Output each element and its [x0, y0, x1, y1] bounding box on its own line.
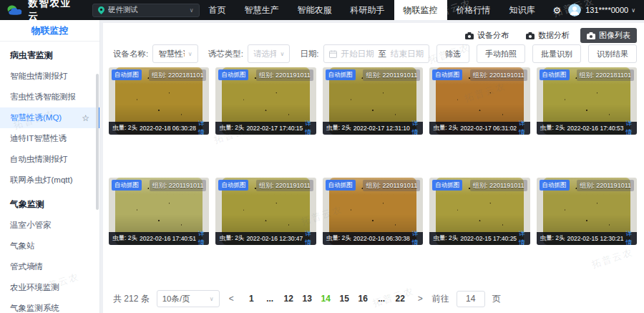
- batch-recognize-button[interactable]: 批量识别: [532, 44, 581, 63]
- calendar-icon: [329, 50, 337, 58]
- page-number[interactable]: 1: [243, 290, 260, 307]
- settings-gear-icon[interactable]: ⚙: [553, 6, 562, 15]
- date-range-input[interactable]: 开始日期 至 结束日期: [323, 44, 430, 63]
- group-label: 组别:: [580, 72, 595, 79]
- trap-image-card[interactable]: 自动抓图 组别: 2201191011 虫量: 2头 2022-02-16 06…: [323, 178, 423, 245]
- org-selector[interactable]: 硬件测试 ∨: [92, 4, 200, 17]
- recognition-result-button[interactable]: 识别结果: [588, 44, 637, 63]
- group-label: 组别:: [580, 182, 595, 189]
- nav-item[interactable]: 首页: [200, 0, 235, 20]
- sidebar-item[interactable]: 联网杀虫灯(mqtt): [0, 170, 99, 191]
- group-id: 组别: 2201191011: [470, 69, 527, 81]
- insect-count-value: 2头: [342, 124, 351, 131]
- sidebar-item[interactable]: 害虫性诱智能测报: [0, 87, 99, 107]
- sidebar-scrollbar[interactable]: [96, 74, 99, 210]
- page-number[interactable]: 13: [299, 290, 316, 307]
- prev-page-button[interactable]: <: [227, 294, 236, 304]
- nav-item[interactable]: 知识库: [500, 0, 545, 20]
- camera-icon: [465, 32, 474, 39]
- nav-item[interactable]: 物联监控: [394, 0, 447, 20]
- trap-image-card[interactable]: 自动抓图 组别: 2202181101 虫量: 2头 2022-02-16 17…: [537, 67, 637, 135]
- view-tabs: 设备分布 数据分析 图像列表: [459, 28, 637, 43]
- detail-link[interactable]: 详情: [198, 120, 205, 135]
- chevron-down-icon: ∨: [631, 7, 635, 14]
- user-avatar[interactable]: [568, 4, 581, 16]
- group-value: 2201191011: [596, 182, 631, 189]
- group-label: 组别:: [473, 182, 488, 189]
- view-tab[interactable]: 数据分析: [519, 28, 576, 43]
- trap-image-card[interactable]: 自动抓图 组别: 2201191011 虫量: 2头 2022-02-15 17…: [429, 178, 530, 245]
- view-tab[interactable]: 图像列表: [580, 28, 637, 43]
- trap-image-card[interactable]: 自动抓图 组别: 2201191011 虫量: 2头 2022-02-17 06…: [429, 67, 530, 135]
- device-select[interactable]: 智慧性诱(1610 ∨: [152, 44, 198, 63]
- card-top-overlay: 自动抓图 组别: 2202181101: [540, 69, 634, 81]
- lure-type-placeholder: 请选择: [253, 49, 277, 59]
- page-number[interactable]: 14: [318, 290, 334, 307]
- sidebar-item[interactable]: 智能虫情测报灯: [0, 66, 99, 87]
- user-menu[interactable]: 131****0000 ∨: [585, 6, 635, 14]
- sidebar-item-label: 害虫性诱智能测报: [10, 92, 76, 102]
- insect-count: 虫量: 2头: [540, 234, 565, 243]
- auto-capture-badge: 自动抓图: [218, 180, 248, 191]
- trap-image-card[interactable]: 自动抓图 组别: 2201191011 虫量: 2头 2022-02-16 12…: [215, 178, 316, 245]
- auto-capture-badge: 自动抓图: [112, 69, 142, 80]
- view-tab[interactable]: 设备分布: [459, 28, 515, 43]
- group-value: 2201191011: [275, 182, 311, 189]
- insect-count-label: 虫量:: [112, 234, 126, 241]
- sidebar-item[interactable]: 温室小管家: [0, 215, 99, 236]
- sidebar-item-label: 智能虫情测报灯: [10, 71, 68, 82]
- sidebar-item[interactable]: 气象监测系统: [0, 298, 99, 313]
- filter-toolbar: 设备名称: 智慧性诱(1610 ∨ 诱芯类型: 请选择 ∨ 日期: 开始日期 至: [109, 44, 637, 63]
- capture-timestamp: 2022-02-15 17:40:25: [460, 235, 517, 242]
- page-size-select[interactable]: 10条/页 ∨: [157, 290, 220, 307]
- sidebar-item[interactable]: 管式墒情: [0, 256, 99, 277]
- detail-link[interactable]: 详情: [198, 230, 205, 245]
- trap-image-card[interactable]: 自动抓图 组别: 2202181101 虫量: 2头 2022-02-18 06…: [109, 67, 209, 135]
- detail-link[interactable]: 详情: [626, 230, 633, 245]
- sidebar-item[interactable]: 智慧性诱(MQ) ☆: [0, 107, 99, 128]
- trap-image-card[interactable]: 自动抓图 组别: 2201191011 虫量: 2头 2022-02-17 12…: [323, 67, 423, 135]
- card-top-overlay: 自动抓图 组别: 2201191011: [218, 69, 313, 81]
- card-top-overlay: 自动抓图 组别: 2201191011: [326, 69, 420, 81]
- sidebar-item[interactable]: 迪特IT智慧性诱: [0, 128, 99, 149]
- card-bottom-bar: 虫量: 2头 2022-02-18 06:30:28 详情: [109, 122, 209, 135]
- page-number[interactable]: 12: [280, 290, 297, 307]
- nav-item[interactable]: 智慧生产: [235, 0, 288, 20]
- detail-link[interactable]: 详情: [305, 120, 312, 135]
- auto-capture-badge: 自动抓图: [540, 69, 570, 80]
- page-numbers: 1...1213141516...22: [243, 290, 409, 307]
- group-label: 组别:: [259, 72, 274, 79]
- filter-button[interactable]: 筛选: [436, 44, 469, 63]
- trap-image-card[interactable]: 自动抓图 组别: 2201191011 虫量: 2头 2022-02-15 12…: [537, 178, 637, 245]
- insect-count: 虫量: 2头: [326, 234, 351, 243]
- lure-type-select[interactable]: 请选择 ∨: [248, 44, 290, 63]
- sidebar-item[interactable]: 自动虫情测报灯: [0, 149, 99, 170]
- page-number[interactable]: 16: [355, 290, 371, 307]
- detail-link[interactable]: 详情: [626, 120, 633, 135]
- goto-label: 前往: [432, 293, 449, 305]
- capture-timestamp: 2022-02-16 12:30:47: [246, 235, 303, 242]
- card-top-overlay: 自动抓图 组别: 2201191011: [218, 180, 313, 191]
- trap-image-card[interactable]: 自动抓图 组别: 2201191011 虫量: 2头 2022-02-17 17…: [215, 67, 316, 135]
- next-page-button[interactable]: >: [416, 294, 425, 304]
- detail-link[interactable]: 详情: [412, 230, 419, 245]
- detail-link[interactable]: 详情: [519, 120, 526, 135]
- camera-icon: [526, 32, 535, 39]
- page-number[interactable]: 22: [392, 290, 409, 307]
- manual-photo-button[interactable]: 手动拍照: [477, 44, 525, 63]
- top-header: 数智农业云 硬件测试 ∨ 首页智慧生产智能农服科研助手物联监控价格行情知识库 ⚙…: [0, 0, 644, 20]
- nav-item[interactable]: 智能农服: [288, 0, 341, 20]
- nav-item[interactable]: 科研助手: [341, 0, 394, 20]
- nav-item[interactable]: 价格行情: [447, 0, 500, 20]
- page-number[interactable]: ...: [374, 290, 390, 307]
- sidebar-item[interactable]: 气象站: [0, 236, 99, 256]
- page-number[interactable]: 15: [336, 290, 353, 307]
- sidebar-item[interactable]: 农业环境监测: [0, 277, 99, 298]
- detail-link[interactable]: 详情: [305, 230, 312, 245]
- detail-link[interactable]: 详情: [519, 230, 526, 245]
- detail-link[interactable]: 详情: [412, 120, 419, 135]
- capture-timestamp: 2022-02-17 17:40:15: [246, 125, 303, 132]
- goto-page-input[interactable]: [457, 291, 485, 307]
- page-number[interactable]: ...: [262, 290, 278, 307]
- trap-image-card[interactable]: 自动抓图 组别: 2201191011 虫量: 2头 2022-02-16 17…: [109, 178, 209, 245]
